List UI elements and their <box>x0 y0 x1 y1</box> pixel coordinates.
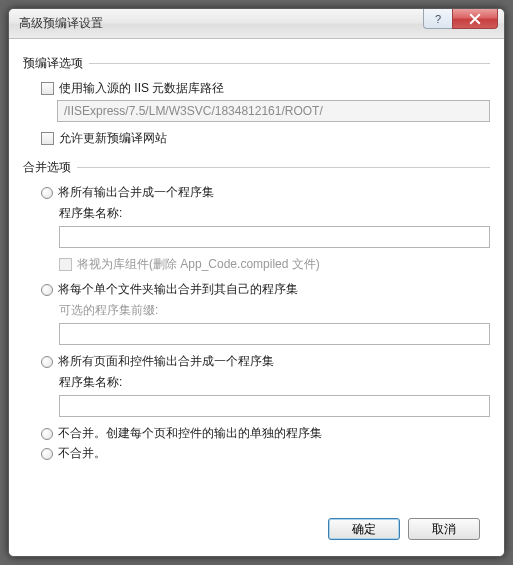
merge-opt3-asm-name-input[interactable] <box>59 395 490 417</box>
merge-opt3-radio[interactable] <box>41 356 53 368</box>
merge-opt2-row: 将每个单个文件夹输出合并到其自己的程序集 <box>41 281 490 298</box>
merge-opt3-label: 将所有页面和控件输出合并成一个程序集 <box>58 353 274 370</box>
merge-opt4-radio[interactable] <box>41 428 53 440</box>
merge-opt2-radio[interactable] <box>41 284 53 296</box>
help-button[interactable]: ? <box>423 9 453 29</box>
merge-opt1-radio[interactable] <box>41 187 53 199</box>
merge-opt3-asm-name-label: 程序集名称: <box>59 374 490 391</box>
titlebar-buttons: ? <box>424 9 504 38</box>
merge-opt3-row: 将所有页面和控件输出合并成一个程序集 <box>41 353 490 370</box>
merge-opt2-prefix-label: 可选的程序集前缀: <box>59 302 490 319</box>
precompile-group-header: 预编译选项 <box>23 55 490 72</box>
merge-opt1-asm-name-input[interactable] <box>59 226 490 248</box>
allow-update-row: 允许更新预编译网站 <box>41 130 490 147</box>
merge-opt5-label: 不合并。 <box>58 445 106 462</box>
merge-opt2-label: 将每个单个文件夹输出合并到其自己的程序集 <box>58 281 298 298</box>
merge-opt5-row: 不合并。 <box>41 445 490 462</box>
ok-button[interactable]: 确定 <box>328 518 400 540</box>
dialog-footer: 确定 取消 <box>23 510 490 550</box>
merge-group-label: 合并选项 <box>23 159 77 176</box>
merge-opt1-asm-name-label: 程序集名称: <box>59 205 490 222</box>
merge-opt1-label: 将所有输出合并成一个程序集 <box>58 184 214 201</box>
merge-opt1-treat-as-lib-row: 将视为库组件(删除 App_Code.compiled 文件) <box>59 256 490 273</box>
close-icon <box>469 13 481 25</box>
client-area: 预编译选项 使用输入源的 IIS 元数据库路径 允许更新预编译网站 合并选项 <box>9 39 504 556</box>
close-button[interactable] <box>452 9 498 29</box>
window-title: 高级预编译设置 <box>19 15 424 32</box>
merge-opt4-label: 不合并。创建每个页和控件的输出的单独的程序集 <box>58 425 322 442</box>
merge-opt1-row: 将所有输出合并成一个程序集 <box>41 184 490 201</box>
allow-update-label: 允许更新预编译网站 <box>59 130 167 147</box>
use-source-iis-label: 使用输入源的 IIS 元数据库路径 <box>59 80 224 97</box>
use-source-iis-checkbox[interactable] <box>41 82 54 95</box>
merge-opt4-row: 不合并。创建每个页和控件的输出的单独的程序集 <box>41 425 490 442</box>
precompile-group-label: 预编译选项 <box>23 55 89 72</box>
merge-opt2-prefix-input[interactable] <box>59 323 490 345</box>
allow-update-checkbox[interactable] <box>41 132 54 145</box>
dialog-window: 高级预编译设置 ? 预编译选项 使用输入源的 IIS 元数据库路径 允许更 <box>8 8 505 557</box>
titlebar: 高级预编译设置 ? <box>9 9 504 39</box>
merge-group-header: 合并选项 <box>23 159 490 176</box>
cancel-button[interactable]: 取消 <box>408 518 480 540</box>
iis-path-input <box>57 100 490 122</box>
use-source-iis-row: 使用输入源的 IIS 元数据库路径 <box>41 80 490 97</box>
merge-opt1-treat-as-lib-checkbox <box>59 258 72 271</box>
merge-opt5-radio[interactable] <box>41 448 53 460</box>
merge-opt1-treat-as-lib-label: 将视为库组件(删除 App_Code.compiled 文件) <box>77 256 320 273</box>
